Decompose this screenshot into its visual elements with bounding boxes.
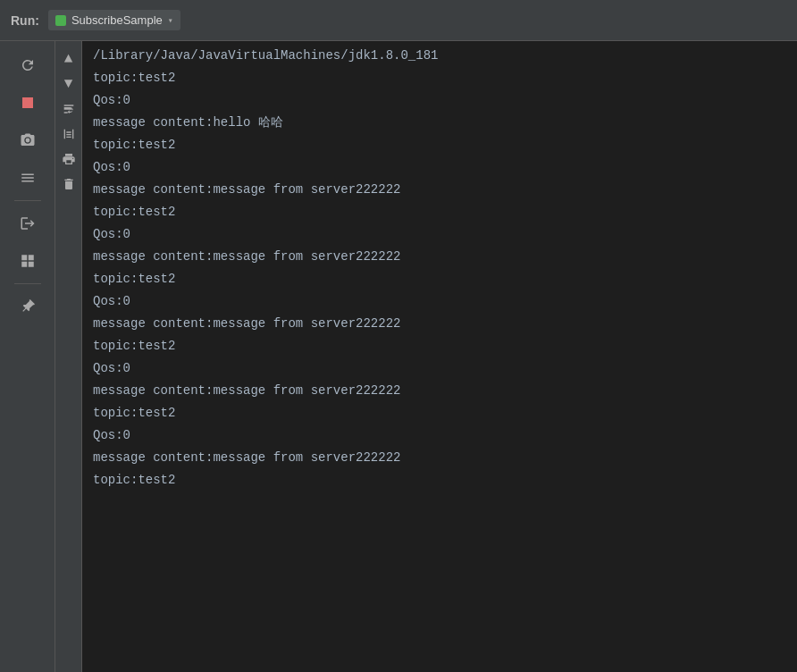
console-line: message content:message from server22222…: [82, 313, 797, 335]
console-line: topic:test2: [82, 134, 797, 156]
run-config-selector[interactable]: SubscribeSample ▾: [48, 10, 180, 30]
console-line: /Library/Java/JavaVirtualMachines/jdk1.8…: [82, 45, 797, 67]
exit-button[interactable]: [11, 206, 45, 240]
console-line: message content:message from server22222…: [82, 179, 797, 201]
screenshot-button[interactable]: [11, 123, 45, 157]
console-line: message content:message from server22222…: [82, 447, 797, 469]
rerun-button[interactable]: [11, 48, 45, 82]
scroll-end-button[interactable]: [58, 123, 80, 145]
layout-button[interactable]: [11, 244, 45, 278]
console-line: Qos:0: [82, 223, 797, 246]
left-toolbar: [0, 41, 55, 672]
clear-button[interactable]: [58, 173, 80, 195]
pin-button[interactable]: [11, 290, 45, 323]
run-label: Run:: [11, 13, 39, 28]
scroll-down-button[interactable]: ▼: [58, 73, 80, 95]
wrap-lines-button[interactable]: [58, 98, 80, 120]
console-line: topic:test2: [82, 268, 797, 290]
secondary-toolbar: ▲ ▼: [55, 41, 82, 672]
stop-button[interactable]: [11, 86, 45, 120]
console-line: topic:test2: [82, 402, 797, 424]
run-config-dot: [55, 15, 66, 26]
console-line: topic:test2: [82, 201, 797, 223]
chevron-down-icon: ▾: [168, 15, 173, 26]
console-line: topic:test2: [82, 469, 797, 491]
run-config-name: SubscribeSample: [71, 13, 163, 27]
console-line: message content:message from server22222…: [82, 246, 797, 268]
console-line: topic:test2: [82, 67, 797, 89]
scroll-settings-button[interactable]: [11, 161, 45, 195]
console-line: Qos:0: [82, 424, 797, 447]
console-line: message content:message from server22222…: [82, 380, 797, 402]
main-area: ▲ ▼ /Library/Java/JavaVirtualMachines/jd…: [0, 41, 797, 672]
console-line: Qos:0: [82, 156, 797, 179]
top-bar: Run: SubscribeSample ▾: [0, 0, 797, 41]
console-line: Qos:0: [82, 357, 797, 380]
toolbar-separator-2: [14, 283, 41, 284]
toolbar-separator-1: [14, 200, 41, 201]
svg-rect-0: [22, 97, 33, 108]
console-line: Qos:0: [82, 290, 797, 313]
console-output[interactable]: /Library/Java/JavaVirtualMachines/jdk1.8…: [82, 41, 797, 672]
print-button[interactable]: [58, 148, 80, 170]
console-line: message content:hello 哈哈: [82, 112, 797, 134]
scroll-up-button[interactable]: ▲: [58, 48, 80, 70]
console-line: topic:test2: [82, 335, 797, 357]
console-line: Qos:0: [82, 89, 797, 112]
